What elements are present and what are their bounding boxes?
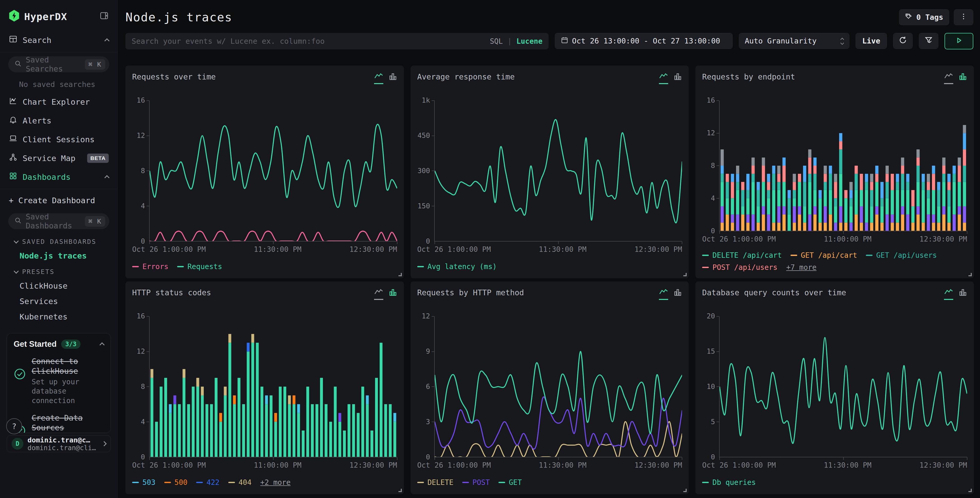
- preset-item-clickhouse[interactable]: ClickHouse: [0, 278, 118, 294]
- chart-explorer-icon: [9, 96, 18, 107]
- bar-chart-view-icon[interactable]: [673, 72, 682, 83]
- legend[interactable]: DELETEPOSTGET: [417, 477, 682, 487]
- y-tick-label: 0: [141, 453, 145, 461]
- legend-item[interactable]: Requests: [177, 262, 222, 271]
- legend-item[interactable]: Db queries: [702, 478, 756, 487]
- bar-chart-view-icon[interactable]: [388, 72, 397, 83]
- collapse-sidebar-icon[interactable]: [100, 11, 109, 22]
- legend-more-link[interactable]: +2 more: [260, 478, 291, 487]
- y-tick-label: 8: [141, 383, 145, 391]
- bar-chart-view-icon[interactable]: [388, 288, 397, 298]
- legend[interactable]: DELETE /api/cartGET /api/cartGET /api/us…: [702, 251, 967, 271]
- refresh-icon: [899, 36, 907, 46]
- run-query-button[interactable]: [945, 33, 973, 49]
- line-chart-view-icon[interactable]: [659, 288, 668, 300]
- dashboard-item-nodejs-traces[interactable]: Node.js traces: [0, 248, 118, 263]
- granularity-select[interactable]: Auto Granularity: [739, 33, 850, 49]
- user-menu[interactable]: D dominic.tran@c… dominic.tran@cli…: [7, 435, 111, 452]
- bar-chart-view-icon[interactable]: [958, 72, 967, 83]
- saved-dashboards-section-header[interactable]: SAVED DASHBOARDS: [0, 233, 118, 248]
- legend-item[interactable]: 422: [196, 478, 220, 487]
- y-tick-label: 150: [417, 202, 430, 210]
- sidebar-item-search[interactable]: Search: [0, 30, 118, 49]
- resize-handle[interactable]: [398, 489, 402, 492]
- legend-item[interactable]: 503: [132, 478, 156, 487]
- legend-item[interactable]: POST /api/users: [702, 263, 778, 271]
- legend-item[interactable]: GET: [498, 478, 522, 487]
- line-chart-view-icon[interactable]: [374, 288, 383, 300]
- x-label-end: 12:30:00 PM: [635, 461, 682, 469]
- saved-searches-input[interactable]: Saved Searches ⌘ K: [8, 56, 109, 72]
- presets-section-header[interactable]: PRESETS: [0, 263, 118, 278]
- event-search-input[interactable]: Search your events w/ Lucene ex. column:…: [126, 33, 549, 49]
- legend-item[interactable]: 500: [164, 478, 188, 487]
- sidebar-item-alerts[interactable]: Alerts: [0, 111, 118, 130]
- x-label-end: 12:30:00 PM: [349, 245, 397, 254]
- dashboards-icon: [9, 172, 18, 182]
- legend-item[interactable]: GET /api/cart: [791, 251, 857, 260]
- legend-more-link[interactable]: +7 more: [786, 263, 816, 271]
- y-tick-label: 0: [711, 227, 715, 235]
- event-search-placeholder: Search your events w/ Lucene ex. column:…: [132, 37, 485, 46]
- resize-handle[interactable]: [683, 489, 687, 492]
- legend-item[interactable]: DELETE /api/cart: [702, 251, 782, 260]
- more-options-button[interactable]: [954, 9, 973, 25]
- tags-button[interactable]: 0 Tags: [899, 9, 949, 25]
- line-chart-view-icon[interactable]: [374, 72, 383, 84]
- resize-handle[interactable]: [969, 489, 972, 492]
- legend-item[interactable]: POST: [462, 478, 490, 487]
- legend-item[interactable]: DELETE: [417, 478, 453, 487]
- get-started-step[interactable]: Create Data Sources Configure where your…: [14, 413, 104, 433]
- page-header: Node.js traces 0 Tags: [118, 0, 980, 25]
- legend[interactable]: ErrorsRequests: [132, 261, 397, 271]
- lucene-toggle[interactable]: Lucene: [517, 37, 542, 46]
- step-title: Connect to ClickHouse: [32, 356, 104, 376]
- line-chart-view-icon[interactable]: [944, 288, 953, 300]
- resize-handle[interactable]: [398, 273, 402, 276]
- x-axis-labels: Oct 26 1:00:00 PM 11:30:00 PM 12:30:00 P…: [132, 245, 397, 254]
- bar-chart-view-icon[interactable]: [958, 288, 967, 298]
- dashboard-grid: Requests over time 0481216 Oct 26 1:00:0…: [126, 65, 974, 494]
- saved-dashboards-input[interactable]: Saved Dashboards ⌘ K: [8, 213, 109, 229]
- chevron-right-icon: [102, 441, 107, 446]
- y-tick-label: 20: [707, 312, 715, 320]
- date-range-picker[interactable]: Oct 26 13:00:00 - Oct 27 13:00:00: [555, 33, 733, 49]
- sidebar-item-service-map[interactable]: Service Map BETA: [0, 149, 118, 168]
- legend[interactable]: Db queries: [702, 477, 967, 487]
- get-started-step[interactable]: Connect to ClickHouse Set up your databa…: [14, 356, 104, 405]
- legend[interactable]: 503500422404+2 more: [132, 477, 397, 487]
- bar-chart-view-icon[interactable]: [673, 288, 682, 298]
- line-chart-view-icon[interactable]: [659, 72, 668, 84]
- step-desc: Set up your database connection: [32, 377, 104, 405]
- live-button[interactable]: Live: [856, 33, 887, 49]
- sidebar-item-client-sessions[interactable]: Client Sessions: [0, 130, 118, 149]
- x-label-mid: 11:00:00 PM: [254, 461, 301, 469]
- y-tick-label: 4: [141, 418, 145, 426]
- legend-item[interactable]: Errors: [132, 262, 169, 271]
- sql-toggle[interactable]: SQL: [490, 37, 503, 46]
- refresh-button[interactable]: [893, 33, 913, 49]
- sidebar-item-dashboards[interactable]: Dashboards: [0, 168, 118, 186]
- page-title: Node.js traces: [126, 10, 899, 24]
- help-button[interactable]: ?: [6, 418, 22, 434]
- resize-handle[interactable]: [969, 273, 972, 276]
- legend-item[interactable]: 404: [228, 478, 252, 487]
- resize-handle[interactable]: [683, 273, 687, 276]
- preset-item-kubernetes[interactable]: Kubernetes: [0, 309, 118, 324]
- y-tick-label: 8: [711, 161, 715, 169]
- legend-item[interactable]: GET /api/users: [866, 251, 937, 260]
- laptop-icon: [9, 134, 18, 145]
- y-axis-labels: 0481216: [132, 316, 149, 457]
- sidebar-item-chart-explorer[interactable]: Chart Explorer: [0, 93, 118, 111]
- filter-button[interactable]: [919, 33, 939, 49]
- create-dashboard-button[interactable]: + Create Dashboard: [0, 192, 118, 209]
- preset-item-services[interactable]: Services: [0, 294, 118, 309]
- legend[interactable]: Avg latency (ms): [417, 261, 682, 271]
- chevron-down-icon: [14, 268, 19, 274]
- y-tick-label: 450: [417, 131, 430, 139]
- x-label-end: 12:30:00 PM: [635, 245, 682, 254]
- chevron-up-icon[interactable]: [100, 342, 105, 348]
- chart-card-database-query-counts: Database query counts over time 05101520…: [695, 281, 974, 494]
- line-chart-view-icon[interactable]: [944, 72, 953, 84]
- legend-item[interactable]: Avg latency (ms): [417, 262, 497, 271]
